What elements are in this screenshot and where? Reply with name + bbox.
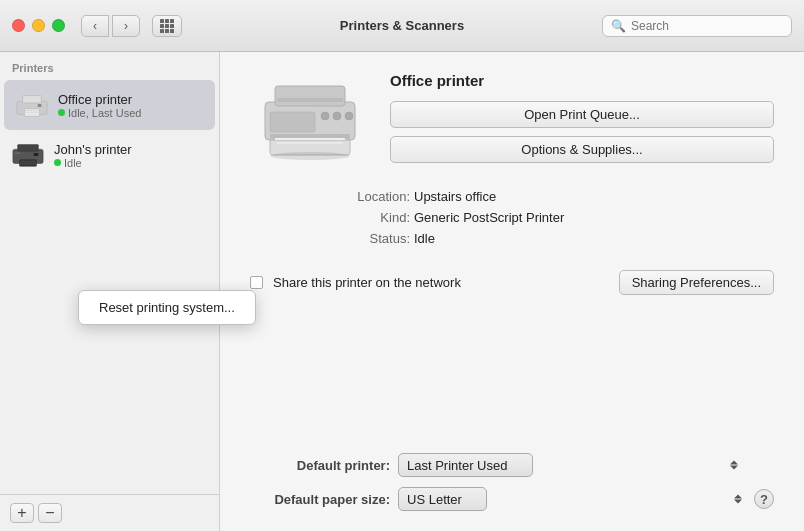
office-status-dot bbox=[58, 109, 65, 116]
default-paper-select[interactable]: US Letter bbox=[398, 487, 487, 511]
open-print-queue-button[interactable]: Open Print Queue... bbox=[390, 101, 774, 128]
maximize-button[interactable] bbox=[52, 19, 65, 32]
default-paper-row: Default paper size: US Letter ? bbox=[250, 487, 774, 511]
bottom-dropdowns: Default printer: Last Printer Used Defau… bbox=[250, 453, 774, 511]
sidebar: Printers Office printer Idle, Last Used bbox=[0, 52, 220, 531]
default-printer-wrapper: Last Printer Used bbox=[398, 453, 742, 477]
svg-rect-24 bbox=[277, 142, 343, 144]
svg-rect-9 bbox=[34, 153, 39, 156]
printer-large-image bbox=[255, 72, 365, 162]
search-icon: 🔍 bbox=[611, 19, 626, 33]
johns-status-dot bbox=[54, 159, 61, 166]
options-supplies-button[interactable]: Options & Supplies... bbox=[390, 136, 774, 163]
svg-rect-1 bbox=[23, 96, 42, 104]
action-buttons: Open Print Queue... Options & Supplies..… bbox=[390, 101, 774, 163]
kind-value: Generic PostScript Printer bbox=[414, 210, 774, 225]
context-menu: Reset printing system... bbox=[78, 290, 256, 325]
detail-printer-name: Office printer bbox=[390, 72, 774, 89]
svg-rect-7 bbox=[18, 145, 39, 152]
status-value: Idle bbox=[414, 231, 774, 246]
svg-rect-17 bbox=[270, 112, 315, 132]
office-printer-status: Idle, Last Used bbox=[58, 107, 141, 119]
printer-header-info: Office printer Open Print Queue... Optio… bbox=[390, 72, 774, 163]
sidebar-bottom-buttons: + − bbox=[0, 494, 219, 531]
printer-image-area bbox=[250, 72, 370, 162]
close-button[interactable] bbox=[12, 19, 25, 32]
svg-rect-15 bbox=[275, 86, 345, 106]
sidebar-section-title: Printers bbox=[0, 62, 219, 80]
default-printer-select[interactable]: Last Printer Used bbox=[398, 453, 533, 477]
right-panel: Office printer Open Print Queue... Optio… bbox=[220, 52, 804, 531]
printer-info-grid: Location: Upstairs office Kind: Generic … bbox=[310, 189, 774, 246]
help-button[interactable]: ? bbox=[754, 489, 774, 509]
svg-rect-3 bbox=[38, 104, 42, 107]
nav-buttons: ‹ › bbox=[81, 15, 140, 37]
svg-point-18 bbox=[321, 112, 329, 120]
default-paper-arrow bbox=[734, 495, 742, 504]
default-paper-wrapper: US Letter bbox=[398, 487, 746, 511]
svg-rect-16 bbox=[277, 98, 343, 102]
johns-status-text: Idle bbox=[64, 157, 82, 169]
johns-printer-info: John's printer Idle bbox=[54, 142, 132, 169]
svg-point-20 bbox=[345, 112, 353, 120]
default-paper-label: Default paper size: bbox=[250, 492, 390, 507]
svg-point-19 bbox=[333, 112, 341, 120]
traffic-lights bbox=[12, 19, 65, 32]
kind-label: Kind: bbox=[310, 210, 410, 225]
location-label: Location: bbox=[310, 189, 410, 204]
grid-icon bbox=[160, 19, 174, 33]
office-printer-icon bbox=[14, 87, 50, 123]
search-box[interactable]: 🔍 bbox=[602, 15, 792, 37]
share-checkbox[interactable] bbox=[250, 276, 263, 289]
svg-point-22 bbox=[270, 152, 350, 160]
reset-printing-system-item[interactable]: Reset printing system... bbox=[79, 295, 255, 320]
svg-rect-8 bbox=[20, 160, 37, 167]
status-label: Status: bbox=[310, 231, 410, 246]
share-label: Share this printer on the network bbox=[273, 275, 609, 290]
share-row: Share this printer on the network Sharin… bbox=[250, 270, 774, 295]
remove-printer-button[interactable]: − bbox=[38, 503, 62, 523]
titlebar: ‹ › Printers & Scanners 🔍 bbox=[0, 0, 804, 52]
minimize-button[interactable] bbox=[32, 19, 45, 32]
add-printer-button[interactable]: + bbox=[10, 503, 34, 523]
johns-printer-icon bbox=[10, 137, 46, 173]
johns-printer-name: John's printer bbox=[54, 142, 132, 157]
search-input[interactable] bbox=[631, 19, 783, 33]
office-printer-name: Office printer bbox=[58, 92, 141, 107]
forward-button[interactable]: › bbox=[112, 15, 140, 37]
location-value: Upstairs office bbox=[414, 189, 774, 204]
sharing-preferences-button[interactable]: Sharing Preferences... bbox=[619, 270, 774, 295]
printer-item-office[interactable]: Office printer Idle, Last Used bbox=[4, 80, 215, 130]
office-status-text: Idle, Last Used bbox=[68, 107, 141, 119]
default-printer-row: Default printer: Last Printer Used bbox=[250, 453, 774, 477]
printer-header: Office printer Open Print Queue... Optio… bbox=[250, 72, 774, 163]
johns-printer-status: Idle bbox=[54, 157, 132, 169]
svg-rect-23 bbox=[275, 138, 345, 140]
svg-rect-10 bbox=[15, 152, 21, 154]
back-button[interactable]: ‹ bbox=[81, 15, 109, 37]
grid-view-button[interactable] bbox=[152, 15, 182, 37]
default-printer-arrow bbox=[730, 461, 738, 470]
main-content: Printers Office printer Idle, Last Used bbox=[0, 52, 804, 531]
printer-item-johns[interactable]: John's printer Idle bbox=[0, 130, 219, 180]
window-title: Printers & Scanners bbox=[340, 18, 464, 33]
default-printer-label: Default printer: bbox=[250, 458, 390, 473]
office-printer-info: Office printer Idle, Last Used bbox=[58, 92, 141, 119]
